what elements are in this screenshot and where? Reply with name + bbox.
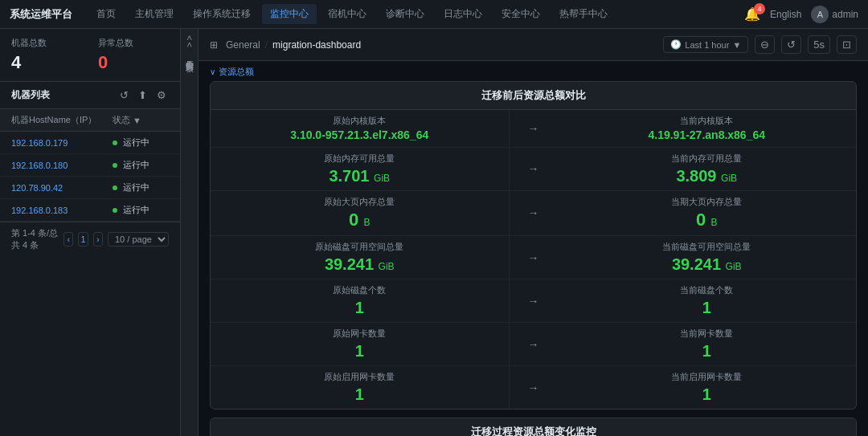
total-label: 机器总数 — [11, 37, 82, 49]
host-link[interactable]: 120.78.90.42 — [11, 183, 113, 193]
prev-page-button[interactable]: ‹ — [63, 232, 73, 247]
table-row[interactable]: 192.168.0.179 运行中 — [0, 132, 180, 154]
comparison-grid: 原始内核版本 3.10.0-957.21.3.el7.x86_64 → 当前内核… — [211, 110, 856, 409]
table-row[interactable]: 120.78.90.42 运行中 — [0, 177, 180, 199]
zoom-out-button[interactable]: ⊖ — [755, 35, 775, 54]
comp-label: 当期大页内存总量 — [574, 196, 841, 208]
bell-button[interactable]: 🔔 4 — [744, 6, 760, 22]
comp-unit: B — [363, 217, 370, 228]
comp-unit: GiB — [379, 261, 395, 272]
comp-arrow: → — [510, 110, 558, 148]
nav-host-center[interactable]: 宿机中心 — [320, 4, 375, 24]
user-button[interactable]: A admin — [811, 6, 858, 23]
clock-icon: 🕐 — [670, 39, 682, 50]
status-cell: 运行中 — [113, 137, 169, 149]
host-link[interactable]: 192.168.0.180 — [11, 161, 113, 170]
comp-value: 3.809 GiB — [574, 166, 841, 185]
table-footer: 第 1-4 条/总共 4 条 ‹ 1 › 10 / page 20 / page — [0, 222, 180, 256]
anomaly-machines: 异常总数 0 — [98, 37, 169, 73]
comp-label: 当前内核版本 — [574, 115, 841, 127]
fullscreen-button[interactable]: ⊡ — [837, 35, 857, 54]
comp-left-hugepage: 原始大页内存总量 0 B — [211, 191, 510, 236]
status-dot — [113, 163, 117, 168]
nav-items: 首页 主机管理 操作系统迁移 监控中心 宿机中心 诊断中心 日志中心 安全中心 … — [88, 4, 744, 24]
nav-help[interactable]: 热帮手中心 — [551, 4, 616, 24]
comp-right-disk: 当前磁盘可用空间总量 39.241 GiB — [558, 236, 857, 279]
host-link[interactable]: 192.168.0.183 — [11, 206, 113, 215]
comp-arrow: → — [510, 279, 558, 323]
comp-arrow: → — [510, 323, 558, 366]
comp-label: 当前内存可用总量 — [574, 153, 841, 165]
status-cell: 运行中 — [113, 204, 169, 216]
nav-home[interactable]: 首页 — [88, 4, 124, 24]
nav-diag[interactable]: 诊断中心 — [378, 4, 432, 24]
collapse-panel[interactable]: << 折叠实例面板 — [181, 29, 199, 436]
comp-unit: GiB — [726, 261, 742, 272]
status-dot — [113, 208, 117, 213]
comp-value-kernel-curr: 4.19.91-27.an8.x86_64 — [574, 128, 841, 142]
refresh-icon[interactable]: ↺ — [117, 88, 131, 102]
comp-right-nic: 当前网卡数量 1 — [558, 323, 857, 366]
comp-left-kernel: 原始内核版本 3.10.0-957.21.3.el7.x86_64 — [211, 110, 510, 148]
anomaly-label: 异常总数 — [98, 37, 169, 49]
comp-left-diskcount: 原始磁盘个数 1 — [211, 279, 510, 323]
monitoring-card: 迁移过程资源总额变化监控 可用内存 4 GiB 可用磁盘空间 — [210, 418, 857, 436]
comp-arrow: → — [510, 366, 558, 409]
time-range-button[interactable]: 🕐 Last 1 hour ▼ — [663, 36, 748, 53]
collapse-label: 折叠实例面板 — [184, 54, 195, 59]
total-value: 4 — [11, 52, 82, 73]
comp-right-kernel: 当前内核版本 4.19.91-27.an8.x86_64 — [558, 110, 857, 148]
comp-value: 0 B — [227, 210, 493, 230]
nav-monitor[interactable]: 监控中心 — [262, 4, 317, 24]
comp-right-hugepage: 当期大页内存总量 0 B — [558, 191, 857, 236]
comp-value: 1 — [227, 298, 493, 317]
comp-left-activenic: 原始启用网卡数量 1 — [211, 366, 510, 409]
comp-label: 原始启用网卡数量 — [227, 371, 493, 383]
current-page[interactable]: 1 — [78, 232, 88, 247]
comp-label: 当前磁盘个数 — [574, 284, 841, 296]
breadcrumb-parent[interactable]: General — [226, 39, 260, 51]
status-dot — [113, 141, 117, 145]
interval-button[interactable]: 5s — [808, 35, 830, 54]
table-row[interactable]: 192.168.0.180 运行中 — [0, 154, 180, 177]
collapse-icon[interactable]: << — [185, 35, 194, 49]
comp-right-mem: 当前内存可用总量 3.809 GiB — [558, 148, 857, 191]
time-label: Last 1 hour — [685, 40, 729, 50]
table-row[interactable]: 192.168.0.183 运行中 — [0, 199, 180, 222]
total-machines: 机器总数 4 — [11, 37, 82, 73]
nav-migrate[interactable]: 操作系统迁移 — [185, 4, 259, 24]
host-link[interactable]: 192.168.0.179 — [11, 138, 113, 148]
bell-badge: 4 — [754, 3, 765, 14]
col-host-header: 机器HostName（IP） — [11, 114, 113, 126]
next-page-button[interactable]: › — [93, 232, 103, 247]
nav-host[interactable]: 主机管理 — [127, 4, 182, 24]
comp-arrow: → — [510, 191, 558, 236]
comp-label: 当前网卡数量 — [574, 328, 841, 340]
comp-label: 原始内核版本 — [227, 115, 493, 127]
comp-right-diskcount: 当前磁盘个数 1 — [558, 279, 857, 323]
language-button[interactable]: English — [770, 9, 801, 20]
machine-list-title: 机器列表 — [11, 88, 113, 102]
chevron-icon: ▼ — [732, 40, 741, 50]
comp-left-disk: 原始磁盘可用空间总量 39.241 GiB — [211, 236, 510, 279]
comp-label: 原始磁盘个数 — [227, 284, 493, 296]
filter-icon[interactable]: ▼ — [133, 116, 141, 125]
comp-arrow: → — [510, 236, 558, 279]
status-dot — [113, 185, 117, 190]
nav-security[interactable]: 安全中心 — [493, 4, 548, 24]
comp-label: 当前启用网卡数量 — [574, 371, 841, 383]
status-cell: 运行中 — [113, 159, 169, 171]
comp-value: 0 B — [574, 210, 841, 230]
section-title: 资源总额 — [219, 66, 254, 78]
settings-icon[interactable]: ⚙ — [154, 88, 169, 102]
import-icon[interactable]: ⬆ — [136, 88, 149, 102]
comp-value: 1 — [227, 385, 493, 404]
page-size-select[interactable]: 10 / page 20 / page — [108, 232, 169, 247]
comp-label: 原始网卡数量 — [227, 328, 493, 340]
dashboard-icon: ⊞ — [210, 39, 218, 51]
comp-value: 39.241 GiB — [574, 255, 841, 274]
nav-log[interactable]: 日志中心 — [436, 4, 490, 24]
status-text: 运行中 — [123, 181, 149, 194]
comp-value: 3.701 GiB — [227, 166, 493, 185]
refresh-button[interactable]: ↺ — [781, 35, 801, 54]
